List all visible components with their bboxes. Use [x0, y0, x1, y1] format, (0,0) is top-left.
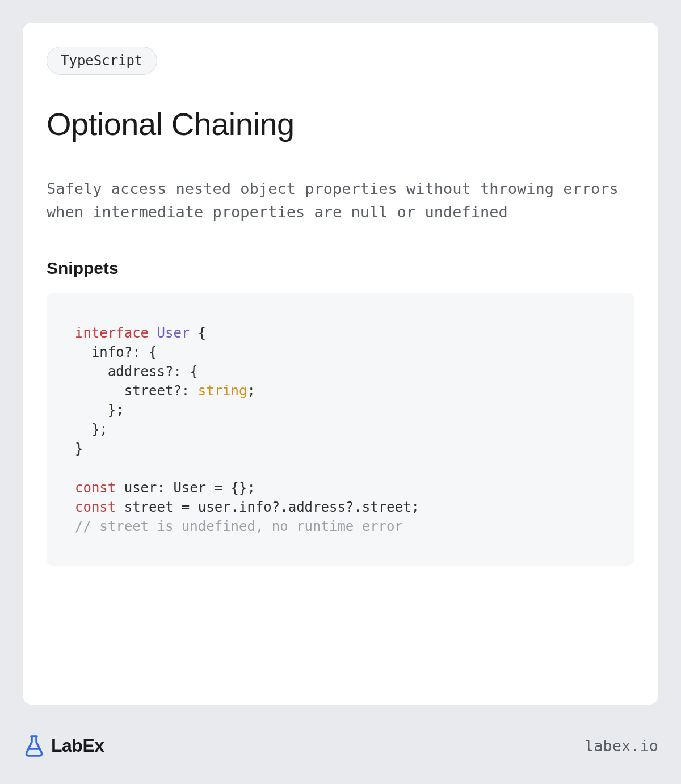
code-snippet: interface User { info?: { address?: { st… — [47, 293, 634, 566]
page-title: Optional Chaining — [47, 106, 634, 142]
snippets-heading: Snippets — [47, 259, 634, 278]
brand-name: LabEx — [51, 735, 104, 756]
brand-logo: LabEx — [23, 734, 104, 757]
language-tag: TypeScript — [47, 47, 157, 75]
flask-icon — [23, 734, 45, 757]
footer: LabEx labex.io — [23, 734, 658, 757]
description-text: Safely access nested object properties w… — [47, 178, 634, 224]
content-card: TypeScript Optional Chaining Safely acce… — [23, 23, 658, 705]
site-url: labex.io — [585, 737, 658, 755]
